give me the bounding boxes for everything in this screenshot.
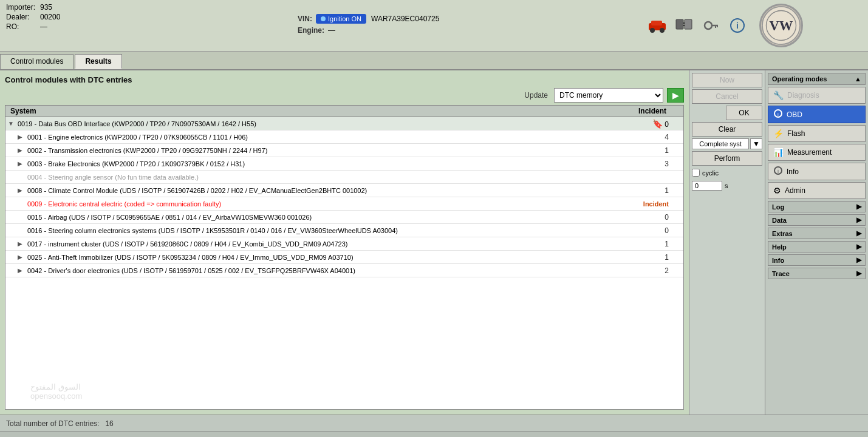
go-button[interactable]: ▶ (667, 88, 684, 103)
row-text: 0009 - Electronic central electric (code… (27, 200, 632, 208)
seconds-input[interactable]: 0 (692, 181, 722, 191)
main-content: Control modules with DTC entries Update … (0, 70, 868, 415)
table-row[interactable]: ▶ 0003 - Brake Electronics (KWP2000 / TP… (5, 157, 683, 171)
admin-icon: ⚙ (773, 186, 781, 195)
row-incident: 0 (632, 226, 681, 235)
middle-panels: Control modules with DTC entries Update … (0, 70, 765, 415)
perform-button[interactable]: Perform (692, 151, 762, 166)
bottom-toolbar (0, 432, 868, 437)
row-toggle[interactable]: ▶ (18, 240, 27, 247)
cyclic-checkbox[interactable] (692, 169, 700, 177)
sidebar-info[interactable]: i Info (768, 163, 866, 180)
sidebar-info2[interactable]: Info ▶ (768, 254, 866, 266)
complete-syst-label: syst (730, 140, 742, 147)
row-incident: 3 (632, 160, 681, 168)
transfer-icon[interactable] (673, 15, 695, 36)
sidebar-flash[interactable]: ⚡ Flash (768, 125, 866, 142)
row-incident: 1 (632, 240, 681, 248)
cancel-button[interactable]: Cancel (692, 89, 762, 104)
sidebar-help[interactable]: Help ▶ (768, 241, 866, 252)
row-toggle[interactable]: ▶ (18, 134, 27, 140)
table-row[interactable]: 0016 - Steering column electronics syste… (5, 224, 683, 237)
header: Importer: 935 Dealer: 00200 RO: — VIN: I… (0, 0, 868, 52)
row-toggle[interactable]: ▶ (18, 147, 27, 154)
table-row[interactable]: ▶ 0017 - instrument cluster (UDS / ISOTP… (5, 237, 683, 251)
sidebar-log[interactable]: Log ▶ (768, 201, 866, 212)
dtc-memory-select[interactable]: DTC memory (554, 88, 663, 103)
complete-label: Complete (699, 140, 728, 147)
complete-syst-button[interactable]: Complete syst (692, 138, 749, 149)
row-toggle[interactable]: ▶ (18, 254, 27, 260)
car-icon[interactable] (646, 15, 668, 36)
system-table: System Incident ▼ 0019 - Data Bus OBD In… (5, 105, 684, 410)
row-toggle[interactable]: ▶ (18, 267, 27, 274)
row-incident: Incident (632, 200, 681, 208)
row-text: 0008 - Climate Control Module (UDS / ISO… (27, 187, 632, 194)
sidebar-extras[interactable]: Extras ▶ (768, 228, 866, 239)
dealer-value: 00200 (40, 12, 65, 22)
row-toggle[interactable]: ▶ (18, 160, 27, 167)
ignition-dot (321, 16, 326, 21)
info-label: Info (787, 168, 799, 176)
table-row[interactable]: 0015 - Airbag (UDS / ISOTP / 5C0959655AE… (5, 211, 683, 224)
info2-arrow: ▶ (856, 256, 861, 264)
now-button[interactable]: Now (692, 73, 762, 87)
obd-label: OBD (787, 110, 802, 119)
row-incident: 1 (632, 146, 681, 155)
incident-value: 0 (665, 120, 669, 129)
help-label: Help (772, 243, 787, 251)
measurement-icon: 📊 (773, 147, 784, 157)
row-incident: 4 (632, 133, 681, 141)
row-toggle[interactable]: ▶ (18, 187, 27, 194)
dropdown-icon[interactable]: ▼ (750, 138, 762, 149)
table-row[interactable]: ▶ 0042 - Driver's door electronics (UDS … (5, 264, 683, 277)
cyclic-label: cyclic (702, 169, 719, 177)
row-toggle[interactable]: ▼ (8, 120, 18, 127)
table-row[interactable]: ▶ 0001 - Engine electronics (KWP2000 / T… (5, 130, 683, 144)
col-system-header: System (10, 107, 630, 115)
vw-logo: VW (751, 0, 812, 51)
header-left-info: Importer: 935 Dealer: 00200 RO: — (0, 0, 292, 51)
diagnosis-icon: 🔧 (773, 90, 784, 100)
table-row[interactable]: ▶ 0025 - Anti-Theft Immobilizer (UDS / I… (5, 251, 683, 264)
panel-title: Control modules with DTC entries (5, 75, 684, 84)
row-text: 0016 - Steering column electronics syste… (27, 227, 632, 234)
sidebar-admin[interactable]: ⚙ Admin (768, 182, 866, 199)
ok-button[interactable]: OK (726, 106, 762, 120)
svg-point-8 (705, 22, 712, 29)
key-icon[interactable] (700, 15, 722, 36)
svg-text:VW: VW (770, 18, 793, 33)
operating-modes-label: Operating modes (772, 75, 827, 83)
clear-button[interactable]: Clear (692, 122, 762, 137)
sidebar-obd[interactable]: i OBD (768, 106, 866, 123)
ignition-label: Ignition ON (328, 15, 361, 22)
svg-rect-4 (676, 19, 683, 29)
info-icon: i (773, 166, 783, 177)
watermark-line1: السوق المفتوح (30, 382, 82, 391)
tab-results[interactable]: Results (75, 54, 121, 69)
table-row[interactable]: ▶ 0008 - Climate Control Module (UDS / I… (5, 184, 683, 197)
vin-value: WAR7A39EC040725 (371, 15, 439, 23)
table-row[interactable]: ▶ 0002 - Transmission electronics (KWP20… (5, 144, 683, 157)
sidebar-trace[interactable]: Trace ▶ (768, 268, 866, 279)
seconds-row: 0 s (692, 181, 762, 191)
info-circle-icon[interactable]: i (726, 15, 748, 36)
watermark: السوق المفتوح opensooq.com (30, 382, 82, 401)
sidebar-data[interactable]: Data ▶ (768, 214, 866, 226)
toolbar-row: Update DTC memory ▶ (5, 88, 684, 103)
table-row[interactable]: 0009 - Electronic central electric (code… (5, 197, 683, 211)
table-row[interactable]: ▼ 0019 - Data Bus OBD Interface (KWP2000… (5, 117, 683, 130)
data-label: Data (772, 217, 787, 224)
sidebar-measurement[interactable]: 📊 Measurement (768, 144, 866, 161)
importer-label: Importer: (6, 2, 40, 12)
row-text: 0001 - Engine electronics (KWP2000 / TP2… (27, 134, 632, 141)
header-center: VIN: Ignition ON WAR7A39EC040725 Engine:… (292, 0, 644, 51)
update-label: Update (524, 91, 548, 100)
sidebar-diagnosis[interactable]: 🔧 Diagnosis (768, 87, 866, 104)
help-arrow: ▶ (856, 243, 861, 251)
row-text: 0004 - Steering angle sensor (No fun tim… (27, 174, 632, 181)
incident-icon: 🔖 (652, 119, 663, 129)
row-incident: 2 (632, 266, 681, 275)
tab-control-modules[interactable]: Control modules (0, 54, 73, 69)
trace-arrow: ▶ (856, 269, 861, 277)
